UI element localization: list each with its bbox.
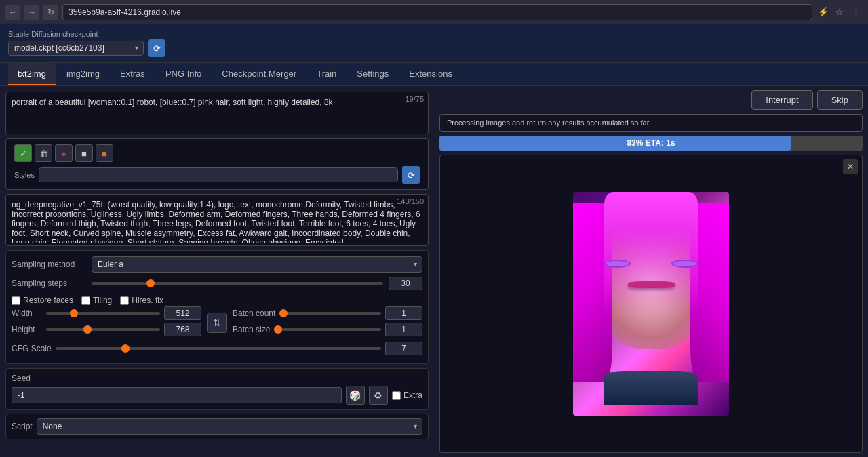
model-bar: Stable Diffusion checkpoint model.ckpt [… bbox=[0, 24, 868, 63]
height-slider[interactable] bbox=[46, 328, 160, 331]
model-select[interactable]: model.ckpt [cc6cb27103] bbox=[8, 41, 144, 56]
lips bbox=[628, 281, 675, 288]
cfg-scale-slider[interactable] bbox=[56, 347, 381, 350]
tab-png-info[interactable]: PNG Info bbox=[156, 63, 211, 85]
swap-icon: ⇅ bbox=[213, 317, 221, 328]
skip-button[interactable]: Skip bbox=[817, 90, 863, 110]
cfg-scale-row: CFG Scale bbox=[12, 342, 422, 355]
batch-size-slider[interactable] bbox=[274, 328, 381, 331]
tab-txt2img[interactable]: txt2img bbox=[8, 63, 56, 85]
restore-faces-label: Restore faces bbox=[23, 296, 73, 305]
batch-count-slider[interactable] bbox=[279, 312, 381, 315]
url-bar[interactable]: 359e5b9a-a5ff-4216.gradio.live bbox=[62, 4, 812, 20]
seed-recycle-button[interactable]: ♻ bbox=[369, 386, 388, 405]
extensions-icon[interactable]: ⚡ bbox=[816, 5, 830, 19]
styles-refresh-button[interactable]: ⟳ bbox=[402, 166, 420, 184]
prompt-trash-button[interactable]: 🗑 bbox=[35, 144, 52, 162]
back-button[interactable]: ← bbox=[5, 5, 20, 20]
tab-checkpoint-merger[interactable]: Checkpoint Merger bbox=[212, 63, 306, 85]
model-label: Stable Diffusion checkpoint bbox=[8, 30, 165, 38]
seed-input[interactable] bbox=[12, 387, 342, 403]
seed-dice-button[interactable]: 🎲 bbox=[346, 386, 365, 405]
eyes bbox=[604, 260, 698, 268]
batch-size-value[interactable] bbox=[385, 323, 422, 336]
tab-img2img[interactable]: img2img bbox=[57, 63, 109, 85]
dimensions-group: Width Height bbox=[12, 306, 201, 339]
hires-fix-input[interactable] bbox=[120, 296, 129, 305]
script-select[interactable]: None bbox=[37, 418, 422, 435]
dice-icon: 🎲 bbox=[349, 390, 361, 401]
styles-row: Styles ⟳ bbox=[10, 165, 424, 186]
width-slider[interactable] bbox=[46, 312, 160, 315]
positive-prompt-counter: 19/75 bbox=[405, 95, 424, 103]
positive-prompt-container: 19/75 bbox=[5, 92, 429, 134]
main-content: 19/75 ✓ 🗑 ● ■ ■ Styles bbox=[0, 86, 868, 457]
script-select-wrapper: None bbox=[37, 418, 422, 435]
nav-tabs: txt2img img2img Extras PNG Info Checkpoi… bbox=[0, 63, 868, 86]
refresh-icon: ⟳ bbox=[153, 43, 161, 54]
extra-checkbox[interactable] bbox=[392, 391, 401, 400]
positive-prompt-input[interactable] bbox=[6, 92, 428, 132]
cfg-scale-value[interactable] bbox=[385, 342, 422, 355]
width-label: Width bbox=[12, 309, 42, 318]
seed-section: Seed 🎲 ♻ Extra bbox=[5, 368, 429, 410]
model-refresh-button[interactable]: ⟳ bbox=[148, 39, 165, 57]
tiling-checkbox[interactable]: Tiling bbox=[81, 296, 112, 305]
hires-fix-checkbox[interactable]: Hires. fix bbox=[120, 296, 163, 305]
menu-icon[interactable]: ⋮ bbox=[849, 5, 863, 19]
width-row: Width bbox=[12, 306, 201, 320]
negative-prompt-counter: 143/150 bbox=[397, 197, 424, 205]
image-close-button[interactable]: ✕ bbox=[843, 159, 858, 174]
tab-train[interactable]: Train bbox=[307, 63, 346, 85]
star-icon[interactable]: ☆ bbox=[833, 5, 846, 19]
forward-button[interactable]: → bbox=[24, 5, 39, 20]
tab-extras[interactable]: Extras bbox=[111, 63, 155, 85]
refresh-button[interactable]: ↻ bbox=[43, 5, 58, 20]
extra-checkbox-label[interactable]: Extra bbox=[392, 391, 422, 400]
eye-right bbox=[671, 260, 698, 268]
sampling-steps-value[interactable] bbox=[389, 277, 422, 290]
script-row: Script None bbox=[12, 418, 422, 435]
prompt-orange-button[interactable]: ■ bbox=[96, 144, 113, 162]
browser-bar: ← → ↻ 359e5b9a-a5ff-4216.gradio.live ⚡ ☆… bbox=[0, 0, 868, 24]
tab-extensions[interactable]: Extensions bbox=[399, 63, 462, 85]
recycle-icon: ♻ bbox=[374, 390, 382, 401]
batch-group: Batch count Batch size bbox=[233, 306, 422, 339]
prompt-check-button[interactable]: ✓ bbox=[14, 144, 32, 162]
swap-dimensions-button[interactable]: ⇅ bbox=[207, 313, 227, 333]
tiling-input[interactable] bbox=[81, 296, 90, 305]
hair-left bbox=[573, 203, 612, 382]
tab-settings[interactable]: Settings bbox=[347, 63, 398, 85]
progress-bar-fill bbox=[439, 136, 791, 151]
prompt-red-button[interactable]: ● bbox=[55, 144, 73, 162]
sampling-method-select[interactable]: Euler a bbox=[92, 256, 422, 273]
batch-count-value[interactable] bbox=[385, 306, 422, 320]
interrupt-button[interactable]: Interrupt bbox=[751, 90, 812, 110]
checkbox-row: Restore faces Tiling Hires. fix bbox=[12, 294, 422, 306]
styles-select-wrapper bbox=[39, 167, 398, 182]
batch-count-label: Batch count bbox=[233, 309, 275, 318]
prompt-toolbar: ✓ 🗑 ● ■ ■ Styles ⟳ bbox=[5, 138, 429, 190]
close-icon: ✕ bbox=[847, 162, 854, 172]
tiling-label: Tiling bbox=[93, 296, 112, 305]
sampling-steps-row: Sampling steps bbox=[12, 277, 422, 290]
prompt-square-button[interactable]: ■ bbox=[75, 144, 93, 162]
restore-faces-checkbox[interactable]: Restore faces bbox=[12, 296, 73, 305]
script-label: Script bbox=[12, 422, 33, 431]
styles-refresh-icon: ⟳ bbox=[408, 170, 415, 180]
restore-faces-input[interactable] bbox=[12, 296, 20, 305]
seed-row: 🎲 ♻ Extra bbox=[12, 386, 422, 405]
height-label: Height bbox=[12, 325, 42, 334]
progress-bar-container: 83% ETA: 1s bbox=[439, 136, 863, 151]
hires-fix-label: Hires. fix bbox=[132, 296, 163, 305]
tooltip-text: Processing images and return any results… bbox=[447, 119, 655, 127]
sampling-steps-slider[interactable] bbox=[92, 282, 383, 285]
styles-label: Styles bbox=[14, 171, 35, 179]
batch-size-row: Batch size bbox=[233, 323, 422, 336]
negative-prompt-input[interactable] bbox=[6, 195, 428, 243]
width-height-row: Width Height ⇅ bbox=[12, 306, 422, 339]
sampling-select-wrapper: Euler a bbox=[92, 256, 422, 273]
height-value[interactable] bbox=[164, 323, 201, 336]
width-value[interactable] bbox=[164, 306, 201, 320]
styles-select[interactable] bbox=[39, 167, 398, 182]
